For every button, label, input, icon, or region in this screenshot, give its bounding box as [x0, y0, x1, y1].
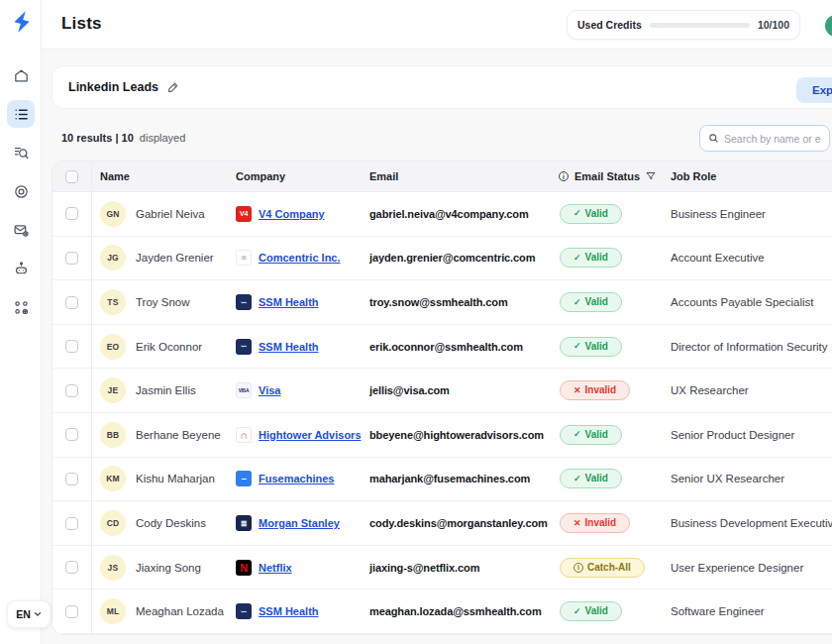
credits-progress-track — [650, 23, 750, 28]
person-name: Jasmin Ellis — [136, 384, 196, 396]
status-icon: ✕ — [573, 519, 581, 528]
sidebar-item-target[interactable] — [7, 177, 35, 205]
row-checkbox[interactable] — [65, 252, 78, 265]
status-badge: ✓ Valid — [560, 337, 622, 357]
person-name: Troy Snow — [136, 296, 190, 308]
sidebar-nav — [0, 61, 42, 321]
status-icon: ✓ — [573, 209, 581, 218]
search-box — [699, 125, 830, 152]
job-role-value: Senior Product Designer — [671, 429, 794, 441]
job-role-value: Accounts Payable Specialist — [671, 296, 813, 308]
user-avatar[interactable] — [825, 15, 832, 37]
avatar: BB — [100, 422, 126, 448]
person-name: Cody Deskins — [136, 517, 206, 529]
used-credits-widget: Used Credits 10/100 — [567, 10, 800, 40]
row-checkbox[interactable] — [65, 384, 78, 397]
export-button[interactable]: Export — [796, 77, 832, 103]
language-label: EN — [16, 608, 31, 620]
target-icon — [13, 183, 30, 200]
person-name: Gabriel Neiva — [136, 208, 205, 220]
email-value: jayden.grenier@comcentric.com — [369, 252, 535, 264]
company-link[interactable]: SSM Health — [259, 605, 319, 617]
search-list-icon — [13, 145, 30, 161]
email-value: jellis@visa.com — [369, 384, 450, 396]
person-name: Berhane Beyene — [136, 429, 221, 441]
lists-icon — [13, 106, 30, 123]
table-row: TS Troy Snow ∽ SSM Health troy.snow@ssmh… — [52, 280, 832, 325]
row-checkbox[interactable] — [65, 207, 78, 220]
company-link[interactable]: SSM Health — [259, 296, 319, 308]
integrations-icon — [13, 299, 30, 316]
select-all-checkbox[interactable] — [65, 170, 78, 183]
company-link[interactable]: Fusemachines — [259, 473, 334, 484]
company-logo-icon: V4 — [236, 206, 252, 222]
email-value: jiaxing-s@netflix.com — [369, 562, 479, 574]
email-value: gabriel.neiva@v4company.com — [369, 208, 529, 220]
status-badge: i Catch-All — [560, 558, 645, 578]
status-badge: ✕ Invalid — [560, 380, 630, 400]
status-badge: ✓ Valid — [560, 248, 622, 268]
row-checkbox[interactable] — [65, 296, 78, 309]
company-link[interactable]: V4 Company — [259, 208, 325, 220]
table-row: EO Erik Oconnor ∽ SSM Health erik.oconno… — [52, 325, 832, 370]
app-logo[interactable] — [9, 9, 35, 35]
sidebar-item-home[interactable] — [7, 61, 35, 89]
job-role-value: Business Engineer — [671, 208, 766, 220]
job-role-value: Business Development Executive — [671, 517, 832, 529]
company-link[interactable]: Hightower Advisors — [259, 429, 362, 441]
filter-icon[interactable] — [645, 170, 657, 182]
row-checkbox[interactable] — [65, 428, 78, 441]
email-value: troy.snow@ssmhealth.com — [369, 296, 508, 308]
sidebar: EN — [0, 0, 42, 644]
status-icon: ✓ — [573, 607, 581, 616]
status-icon: ✓ — [573, 254, 581, 263]
edit-pencil-icon[interactable] — [166, 80, 180, 94]
row-checkbox[interactable] — [65, 605, 78, 618]
column-header-role: Job Role — [661, 170, 832, 182]
company-logo-icon: ∩ — [236, 427, 252, 443]
row-checkbox[interactable] — [65, 340, 78, 353]
company-link[interactable]: Comcentric Inc. — [259, 252, 341, 264]
avatar: CD — [100, 510, 126, 536]
avatar: JE — [100, 377, 126, 403]
job-role-value: Director of Information Security — [671, 341, 828, 353]
avatar: TS — [100, 289, 126, 315]
row-checkbox[interactable] — [65, 517, 78, 530]
app-window: EN Lists Used Credits 10/100 Linkedin Le… — [0, 0, 832, 644]
company-logo-icon: ∽ — [236, 603, 252, 619]
sidebar-item-email[interactable] — [7, 216, 35, 244]
assistant-icon — [13, 261, 30, 277]
sidebar-item-lists[interactable] — [7, 100, 35, 128]
sidebar-item-search[interactable] — [7, 139, 35, 166]
job-role-value: Senior UX Researcher — [671, 473, 784, 484]
column-header-status: Email Status — [542, 170, 661, 182]
company-logo-icon: ≣ — [236, 515, 252, 531]
page-title: Lists — [61, 14, 102, 34]
company-link[interactable]: Netflix — [259, 562, 292, 574]
person-name: Meaghan Lozada — [136, 605, 224, 617]
table-row: KM Kishu Maharjan – Fusemachines maharja… — [52, 458, 832, 502]
email-value: meaghan.lozada@ssmhealth.com — [369, 605, 542, 617]
company-link[interactable]: SSM Health — [259, 341, 319, 353]
row-checkbox[interactable] — [65, 473, 78, 485]
info-icon[interactable] — [558, 170, 570, 182]
company-logo-icon: VISA — [236, 382, 252, 398]
column-header-email: Email — [362, 170, 542, 182]
email-value: maharjank@fusemachines.com — [369, 473, 530, 484]
search-input[interactable] — [724, 133, 821, 145]
status-badge: ✓ Valid — [560, 204, 622, 224]
row-checkbox[interactable] — [65, 561, 78, 574]
sidebar-item-assistant[interactable] — [7, 255, 35, 282]
email-value: erik.oconnor@ssmhealth.com — [369, 341, 523, 353]
company-link[interactable]: Morgan Stanley — [259, 517, 340, 529]
list-title: Linkedin Leads — [68, 80, 158, 94]
results-displayed-label: displayed — [140, 132, 185, 144]
company-logo-icon: ∽ — [236, 339, 252, 355]
language-selector[interactable]: EN — [7, 600, 51, 628]
sidebar-item-integrations[interactable] — [7, 293, 35, 321]
status-icon: ✓ — [573, 475, 581, 483]
company-link[interactable]: Visa — [259, 384, 280, 396]
results-count: 10 results | 10 — [61, 132, 134, 144]
table-row: ML Meaghan Lozada ∽ SSM Health meaghan.l… — [52, 590, 832, 634]
company-logo-icon: ∽ — [236, 294, 252, 310]
